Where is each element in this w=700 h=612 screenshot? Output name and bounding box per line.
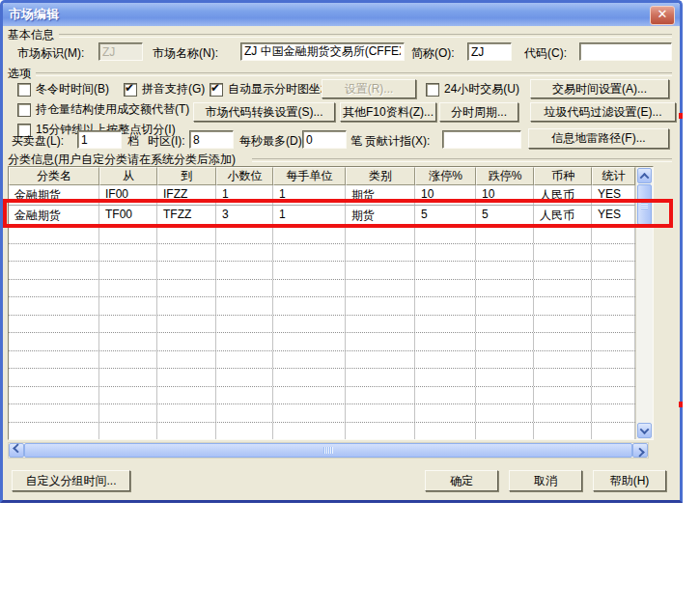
table-cell: 10 bbox=[476, 185, 534, 205]
market-name-label: 市场名称(N): bbox=[153, 45, 218, 62]
table-cell: TFZZ bbox=[157, 206, 216, 225]
minute-period-button[interactable]: 分时周期... bbox=[439, 102, 518, 122]
group-line bbox=[252, 158, 672, 162]
checkbox-position-structure[interactable]: 持仓量结构使用成交额代替(T) bbox=[17, 101, 189, 118]
market-name-field[interactable] bbox=[240, 42, 405, 61]
custom-group-time-button[interactable]: 自定义分组时间... bbox=[12, 470, 130, 491]
scroll-right-button[interactable] bbox=[632, 443, 648, 458]
table-header-row: 分类名从到小数位每手单位类别涨停%跌停%币种统计 bbox=[9, 167, 635, 185]
column-header[interactable]: 小数位 bbox=[216, 167, 273, 185]
table-empty-row[interactable] bbox=[9, 262, 635, 280]
checkbox-24h-trading[interactable]: 24小时交易(U) bbox=[426, 81, 519, 97]
scroll-down-button[interactable] bbox=[637, 423, 652, 438]
column-header[interactable]: 每手单位 bbox=[273, 167, 346, 185]
trade-time-settings-button[interactable]: 交易时间设置(A)... bbox=[530, 79, 669, 98]
group-label-options: 选项 bbox=[8, 66, 31, 82]
close-icon: ✕ bbox=[658, 7, 668, 21]
scroll-up-button[interactable] bbox=[637, 168, 652, 183]
table-cell: 5 bbox=[415, 206, 476, 225]
table-empty-row[interactable] bbox=[9, 226, 635, 244]
table-cell: 10 bbox=[415, 185, 476, 205]
checkbox-pinyin[interactable]: 拼音支持(G) bbox=[124, 81, 205, 97]
vertical-scrollbar[interactable] bbox=[635, 167, 653, 439]
horizontal-scrollbar[interactable] bbox=[8, 442, 649, 459]
table-cell: TF00 bbox=[99, 206, 157, 225]
code-field[interactable] bbox=[579, 42, 672, 61]
contribution-index-label: 贡献计指(X): bbox=[365, 133, 430, 150]
table-empty-row[interactable] bbox=[9, 280, 635, 298]
column-header[interactable]: 币种 bbox=[534, 167, 592, 185]
table-cell: 金融期货 bbox=[9, 206, 99, 225]
checkbox-icon bbox=[17, 83, 31, 97]
code-convert-settings-button[interactable]: 市场代码转换设置(S)... bbox=[193, 102, 335, 122]
table-empty-row[interactable] bbox=[9, 423, 635, 440]
column-header[interactable]: 跌停% bbox=[476, 167, 534, 185]
timezone-field[interactable] bbox=[189, 130, 234, 149]
vertical-scroll-thumb[interactable] bbox=[637, 184, 652, 225]
check-icon bbox=[124, 83, 137, 97]
table-empty-row[interactable] bbox=[9, 387, 635, 405]
ok-button[interactable]: 确定 bbox=[425, 470, 498, 491]
contribution-index-field[interactable] bbox=[442, 130, 521, 149]
screenshot-canvas: 市场编辑 ✕ 基本信息 市场标识(M): 市场名称(N): 简称(O): 代码(… bbox=[0, 0, 700, 612]
column-header[interactable]: 到 bbox=[157, 167, 216, 185]
column-header[interactable]: 分类名 bbox=[9, 167, 99, 185]
table-empty-row[interactable] bbox=[9, 333, 635, 351]
horizontal-scroll-thumb[interactable] bbox=[24, 443, 632, 458]
group-line bbox=[36, 72, 672, 76]
info-mine-path-button[interactable]: 信息地雷路径(F)... bbox=[528, 128, 669, 149]
table-empty-row[interactable] bbox=[9, 369, 635, 387]
max-per-sec-field[interactable] bbox=[302, 130, 347, 149]
window-title: 市场编辑 bbox=[3, 6, 59, 23]
checkbox-label: 冬令时时间(B) bbox=[36, 81, 109, 97]
market-id-field[interactable] bbox=[98, 42, 143, 61]
group-label-basic-info: 基本信息 bbox=[8, 27, 54, 43]
help-button[interactable]: 帮助(H) bbox=[593, 470, 666, 491]
table-cell: YES bbox=[592, 185, 635, 205]
table-cell: 期货 bbox=[346, 206, 415, 225]
table-cell: IFZZ bbox=[157, 185, 216, 205]
column-header[interactable]: 从 bbox=[99, 167, 157, 185]
table-empty-row[interactable] bbox=[9, 404, 635, 423]
table-cell: 3 bbox=[216, 206, 273, 225]
checkbox-label: 持仓量结构使用成交额代替(T) bbox=[36, 101, 189, 118]
cancel-button[interactable]: 取消 bbox=[509, 470, 582, 491]
chevron-right-icon bbox=[634, 448, 644, 458]
column-header[interactable]: 类别 bbox=[346, 167, 415, 185]
table-row[interactable]: 金融期货IF00IFZZ11期货1010人民币YES bbox=[9, 185, 635, 206]
checkbox-label: 24小时交易(U) bbox=[444, 81, 519, 97]
bid-levels-field[interactable] bbox=[77, 130, 122, 149]
table-cell: YES bbox=[592, 206, 635, 225]
checkbox-dst[interactable]: 冬令时时间(B) bbox=[17, 81, 109, 97]
column-header[interactable]: 统计 bbox=[592, 167, 635, 185]
table-empty-row[interactable] bbox=[9, 351, 635, 370]
table-empty-row[interactable] bbox=[9, 316, 635, 334]
table-cell: 1 bbox=[273, 206, 346, 225]
timezone-label: 时区(I): bbox=[148, 133, 185, 150]
table-cell: 人民币 bbox=[534, 206, 592, 225]
chevron-down-icon bbox=[640, 425, 650, 434]
title-bar[interactable]: 市场编辑 ✕ bbox=[3, 3, 680, 26]
table-grid: 分类名从到小数位每手单位类别涨停%跌停%币种统计 金融期货IF00IFZZ11期… bbox=[9, 167, 635, 439]
close-button[interactable]: ✕ bbox=[650, 6, 675, 25]
settings-button[interactable]: 设置(R)... bbox=[322, 79, 416, 98]
dialog-client-area: 基本信息 市场标识(M): 市场名称(N): 简称(O): 代码(C): 选项 … bbox=[3, 26, 680, 500]
code-label: 代码(C): bbox=[524, 45, 567, 62]
short-name-field[interactable] bbox=[467, 42, 512, 61]
bid-unit-label: 档 bbox=[127, 133, 139, 150]
table-cell: 5 bbox=[476, 206, 534, 225]
other-f10-button[interactable]: 其他F10资料(Z)... bbox=[340, 102, 436, 122]
checkbox-label: 拼音支持(G) bbox=[142, 81, 205, 97]
table-row[interactable]: 金融期货TF00TFZZ31期货55人民币YES bbox=[9, 206, 635, 226]
column-header[interactable]: 涨停% bbox=[415, 167, 476, 185]
scroll-left-button[interactable] bbox=[9, 443, 24, 458]
table-cell: IF00 bbox=[99, 185, 157, 205]
table-empty-row[interactable] bbox=[9, 297, 635, 316]
chevron-left-icon bbox=[13, 443, 22, 453]
checkbox-icon bbox=[17, 103, 31, 117]
checkbox-icon bbox=[426, 83, 439, 97]
table-empty-row[interactable] bbox=[9, 244, 635, 263]
chevron-up-icon bbox=[640, 172, 650, 181]
junk-code-filter-button[interactable]: 垃圾代码过滤设置(E)... bbox=[530, 102, 676, 122]
max-per-sec-label: 每秒最多(D): bbox=[239, 133, 305, 150]
